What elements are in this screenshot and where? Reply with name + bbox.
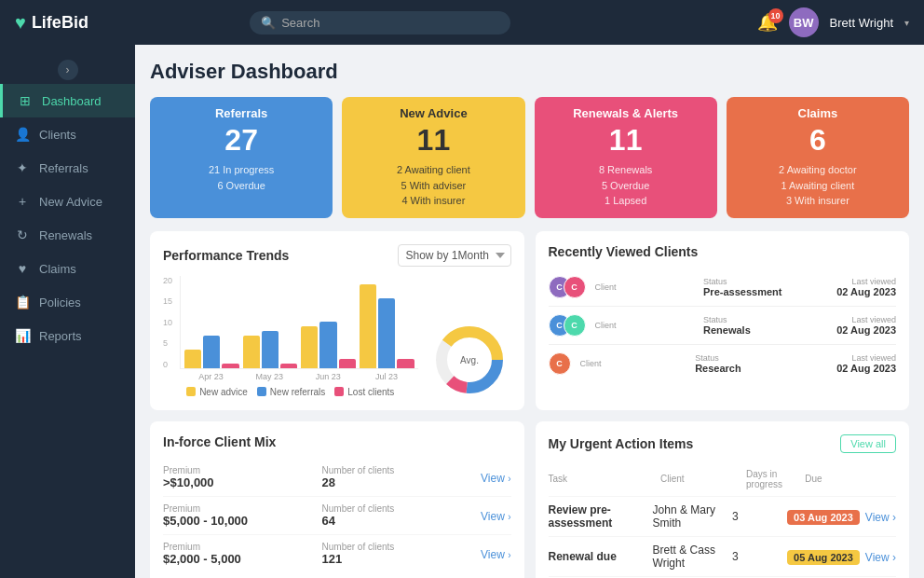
- sidebar-item-reports[interactable]: 📊 Reports: [0, 319, 135, 352]
- sidebar-item-clients[interactable]: 👤 Clients: [0, 117, 135, 151]
- recently-viewed-title: Recently Viewed Clients: [549, 244, 897, 259]
- sidebar-item-dashboard[interactable]: ⊞ Dashboard: [0, 84, 135, 117]
- inforce-row: Premium $2,000 - 5,000 Number of clients…: [163, 535, 511, 572]
- avatar: C: [549, 352, 571, 375]
- notification-button[interactable]: 🔔 10: [757, 12, 778, 33]
- inforce-header: In-force Client Mix: [163, 434, 511, 449]
- new-advice-icon: +: [15, 194, 30, 209]
- urgent-row: Review pre-assessment John & Mary Smith …: [549, 497, 897, 537]
- avatar: C: [564, 276, 586, 298]
- performance-trends-card: Performance Trends Show by 1Month Show b…: [150, 231, 524, 410]
- recently-viewed-card: Recently Viewed Clients C C Client Statu…: [536, 231, 910, 410]
- client-label-col: Client: [595, 321, 695, 330]
- client-row: C Client Status Research Last viewed 02 …: [549, 345, 897, 382]
- stat-card-new-advice: New Advice 11 2 Awaiting client5 With ad…: [342, 97, 524, 218]
- urgent-view-link[interactable]: View ›: [865, 551, 896, 564]
- dashboard-icon: ⊞: [18, 93, 33, 108]
- client-avatars: C: [549, 352, 571, 375]
- avatar: C: [564, 314, 586, 337]
- perf-header: Performance Trends Show by 1Month Show b…: [163, 244, 511, 267]
- search-bar[interactable]: 🔍: [250, 11, 510, 34]
- notification-badge: 10: [768, 8, 783, 23]
- legend-new-referrals: New referrals: [257, 387, 325, 397]
- legend-lost-clients: Lost clients: [334, 387, 394, 397]
- renewals-icon: ↻: [15, 227, 30, 242]
- perf-period-select[interactable]: Show by 1Month Show by 3Month Show by 6M…: [398, 244, 511, 267]
- sidebar-item-policies[interactable]: 📋 Policies: [0, 285, 135, 319]
- inforce-view-link[interactable]: View ›: [481, 510, 510, 523]
- search-icon: 🔍: [261, 16, 276, 30]
- inforce-title: In-force Client Mix: [163, 434, 276, 449]
- stat-card-referrals: Referrals 27 21 In progress6 Overdue: [150, 97, 333, 218]
- due-badge: 05 Aug 2023: [787, 550, 860, 565]
- main-content: Adviser Dashboard Referrals 27 21 In pro…: [135, 45, 924, 578]
- client-avatars: C C: [549, 276, 586, 298]
- legend-new-advice: New advice: [186, 387, 248, 397]
- stat-cards: Referrals 27 21 In progress6 Overdue New…: [150, 97, 909, 218]
- donut-chart: Avg.: [428, 323, 511, 397]
- top-navigation: ♥ LifeBid 🔍 🔔 10 BW Brett Wright ▾: [0, 0, 924, 45]
- perf-title: Performance Trends: [163, 248, 289, 263]
- inforce-row: Premium >$10,000 Number of clients 28 Vi…: [163, 459, 511, 497]
- claims-icon: ♥: [15, 261, 30, 276]
- client-row: C C Client Status Pre-assessment Last vi…: [549, 268, 897, 307]
- stat-card-claims: Claims 6 2 Awaiting doctor1 Awaiting cli…: [727, 97, 909, 218]
- sidebar-item-claims[interactable]: ♥ Claims: [0, 252, 135, 285]
- chart-area: 20 15 10 5 0: [163, 276, 511, 397]
- stat-card-renewals: Renewals & Alerts 11 8 Renewals5 Overdue…: [535, 97, 717, 218]
- inforce-row: Premium $5,000 - 10,000 Number of client…: [163, 497, 511, 535]
- inforce-card: In-force Client Mix Premium >$10,000 Num…: [150, 421, 524, 578]
- inforce-view-link[interactable]: View ›: [481, 548, 510, 561]
- client-row: C C Client Status Renewals Last viewed 0…: [549, 307, 897, 345]
- urgent-header-row: Task Client Days in progress Due: [549, 462, 897, 497]
- client-status-col: Status Research: [695, 353, 827, 374]
- client-last-viewed-col: Last viewed 02 Aug 2023: [836, 315, 896, 336]
- bar-chart: 20 15 10 5 0: [163, 276, 418, 397]
- client-avatars: C C: [549, 314, 586, 337]
- chevron-down-icon[interactable]: ▾: [904, 18, 909, 28]
- avatar: BW: [789, 7, 819, 37]
- client-last-viewed-col: Last viewed 02 Aug 2023: [836, 353, 896, 374]
- logo: ♥ LifeBid: [15, 12, 127, 34]
- referrals-icon: ✦: [15, 160, 30, 175]
- logo-heart-icon: ♥: [15, 12, 26, 34]
- urgent-card: My Urgent Action Items View all Task Cli…: [536, 421, 910, 578]
- middle-row: Performance Trends Show by 1Month Show b…: [150, 231, 909, 410]
- urgent-header: My Urgent Action Items View all: [549, 434, 897, 453]
- client-status-col: Status Renewals: [703, 315, 827, 336]
- reports-icon: 📊: [15, 328, 30, 343]
- nav-right: 🔔 10 BW Brett Wright ▾: [757, 7, 909, 37]
- sidebar-toggle[interactable]: ›: [58, 60, 78, 80]
- sidebar-item-renewals[interactable]: ↻ Renewals: [0, 218, 135, 252]
- client-label-col: Client: [595, 282, 695, 292]
- urgent-view-link[interactable]: View ›: [865, 511, 896, 524]
- bottom-section: In-force Client Mix Premium >$10,000 Num…: [150, 421, 909, 578]
- sidebar-item-new-advice[interactable]: + New Advice: [0, 185, 135, 218]
- sidebar: › ⊞ Dashboard 👤 Clients ✦ Referrals + Ne…: [0, 45, 135, 578]
- client-label-col: Client: [580, 359, 686, 368]
- search-input[interactable]: [281, 16, 499, 30]
- svg-text:Avg.: Avg.: [460, 355, 479, 365]
- client-last-viewed-col: Last viewed 02 Aug 2023: [836, 277, 896, 297]
- due-badge: 03 Aug 2023: [787, 510, 860, 525]
- page-title: Adviser Dashboard: [150, 60, 909, 84]
- view-all-button[interactable]: View all: [840, 434, 896, 453]
- urgent-row: Renewal due Brett & Cass Wright 3 05 Aug…: [549, 537, 897, 577]
- chart-legend: New advice New referrals Lost clients: [163, 387, 418, 397]
- inforce-view-link[interactable]: View ›: [481, 472, 510, 485]
- policies-icon: 📋: [15, 295, 30, 310]
- client-status-col: Status Pre-assessment: [703, 277, 827, 297]
- user-name: Brett Wright: [830, 16, 893, 30]
- clients-icon: 👤: [15, 127, 30, 142]
- urgent-title: My Urgent Action Items: [549, 436, 694, 451]
- sidebar-item-referrals[interactable]: ✦ Referrals: [0, 151, 135, 185]
